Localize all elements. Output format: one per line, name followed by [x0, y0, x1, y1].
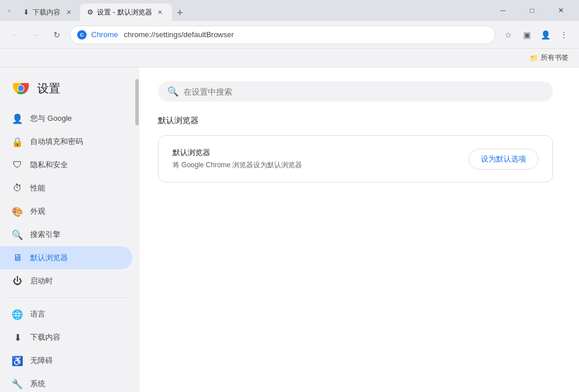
- sidebar-item-autofill-label: 自动填充和密码: [30, 136, 83, 147]
- sidebar-item-performance-label: 性能: [30, 183, 45, 193]
- performance-icon: ⏱: [12, 182, 23, 194]
- back-btn[interactable]: ←: [7, 27, 23, 43]
- tab-settings[interactable]: ⚙ 设置 - 默认浏览器 ✕: [80, 3, 172, 21]
- default-browser-icon: 🖥: [12, 252, 23, 264]
- search-engine-icon: 🔍: [12, 229, 23, 240]
- tab-bar: ⬇ 下载内容 ✕ ⚙ 设置 - 默认浏览器 ✕ +: [16, 0, 487, 21]
- scrollbar-track[interactable]: [135, 67, 139, 392]
- minimize-btn[interactable]: ─: [490, 1, 516, 20]
- sidebar-item-system[interactable]: 🔧 系统: [0, 372, 132, 392]
- sidebar-item-search[interactable]: 🔍 搜索引擎: [0, 223, 132, 246]
- default-browser-card: 默认浏览器 将 Google Chrome 浏览器设为默认浏览器 设为默认选项: [158, 135, 553, 182]
- search-input[interactable]: [184, 87, 544, 96]
- folder-icon: 📁: [530, 54, 538, 62]
- sidebar-item-startup[interactable]: ⏻ 启动时: [0, 269, 132, 293]
- menu-btn[interactable]: ⋮: [556, 27, 572, 43]
- window-controls: ─ □ ✕: [490, 1, 574, 20]
- settings-search-bar[interactable]: 🔍: [158, 81, 553, 102]
- sidebar-item-system-label: 系统: [30, 379, 45, 389]
- section-title: 默认浏览器: [158, 116, 560, 126]
- sidebar-item-accessibility[interactable]: ♿ 无障碍: [0, 349, 132, 372]
- search-icon: 🔍: [167, 86, 179, 97]
- sidebar: 设置 👤 您与 Google 🔒 自动填充和密码 🛡 隐私和安全 ⏱ 性能 🎨 …: [0, 67, 139, 392]
- sidebar-item-startup-label: 启动时: [30, 276, 53, 286]
- bookmark-btn[interactable]: ☆: [500, 27, 516, 43]
- sidebar-item-google-label: 您与 Google: [30, 113, 72, 124]
- sidebar-item-language-label: 语言: [30, 309, 45, 319]
- content-area: 🔍 默认浏览器 默认浏览器 将 Google Chrome 浏览器设为默认浏览器…: [139, 67, 579, 392]
- appearance-icon: 🎨: [12, 206, 23, 217]
- sidebar-item-downloads-label: 下载内容: [30, 332, 60, 343]
- autofill-icon: 🔒: [12, 136, 23, 148]
- main-layout: 设置 👤 您与 Google 🔒 自动填充和密码 🛡 隐私和安全 ⏱ 性能 🎨 …: [0, 67, 579, 392]
- close-btn[interactable]: ✕: [548, 1, 574, 20]
- sidebar-separator: [9, 297, 130, 298]
- sidebar-item-google[interactable]: 👤 您与 Google: [0, 107, 132, 130]
- chrome-label: Chrome: [91, 30, 118, 39]
- bookmarks-bar: 📁 所有书签: [0, 49, 579, 67]
- svg-point-3: [18, 85, 24, 91]
- sidebar-item-accessibility-label: 无障碍: [30, 355, 53, 366]
- addressbar: ← → ↻ C Chrome chrome://settings/default…: [0, 21, 579, 49]
- new-tab-btn[interactable]: +: [172, 5, 188, 21]
- scrollbar-thumb[interactable]: [135, 79, 139, 125]
- chrome-logo-icon: [12, 79, 30, 98]
- all-bookmarks-label: 所有书签: [541, 53, 569, 63]
- tab-downloads[interactable]: ⬇ 下载内容 ✕: [16, 3, 80, 21]
- sidebar-item-performance[interactable]: ⏱ 性能: [0, 177, 132, 200]
- card-title: 默认浏览器: [172, 148, 302, 158]
- sidebar-item-privacy[interactable]: 🛡 隐私和安全: [0, 153, 132, 177]
- sidebar-item-search-label: 搜索引擎: [30, 229, 60, 240]
- language-icon: 🌐: [12, 308, 23, 320]
- privacy-icon: 🛡: [12, 159, 23, 171]
- tab-settings-close[interactable]: ✕: [156, 8, 165, 17]
- system-icon: 🔧: [12, 378, 23, 390]
- sidebar-item-default-browser-label: 默认浏览器: [30, 253, 68, 263]
- sidebar-item-appearance-label: 外观: [30, 206, 45, 217]
- card-info: 默认浏览器 将 Google Chrome 浏览器设为默认浏览器: [172, 148, 302, 170]
- sidebar-item-language[interactable]: 🌐 语言: [0, 303, 132, 326]
- tab-settings-label: 设置 - 默认浏览器: [97, 8, 152, 17]
- chrome-icon: C: [77, 30, 87, 39]
- sidebar-logo: 设置: [0, 72, 139, 107]
- tab-downloads-label: 下载内容: [33, 8, 60, 17]
- all-bookmarks[interactable]: 📁 所有书签: [526, 51, 572, 65]
- startup-icon: ⏻: [12, 275, 23, 287]
- maximize-btn[interactable]: □: [519, 1, 545, 20]
- prev-tab-btn[interactable]: ‹: [5, 6, 14, 15]
- sidebar-item-default-browser[interactable]: 🖥 默认浏览器: [0, 246, 132, 269]
- sidebar-item-downloads[interactable]: ⬇ 下载内容: [0, 326, 132, 349]
- settings-tab-icon: ⚙: [87, 8, 93, 16]
- reload-btn[interactable]: ↻: [49, 27, 65, 43]
- download-icon: ⬇: [23, 8, 29, 16]
- titlebar: ‹ ⬇ 下载内容 ✕ ⚙ 设置 - 默认浏览器 ✕ + ─ □ ✕: [0, 0, 579, 21]
- downloads-icon: ⬇: [12, 332, 23, 343]
- url-text: chrome://settings/defaultBrowser: [124, 30, 233, 39]
- sidebar-item-autofill[interactable]: 🔒 自动填充和密码: [0, 130, 132, 153]
- profile-btn[interactable]: 👤: [537, 27, 553, 43]
- sidebar-item-appearance[interactable]: 🎨 外观: [0, 200, 132, 223]
- set-default-btn[interactable]: 设为默认选项: [469, 149, 538, 170]
- tab-downloads-close[interactable]: ✕: [64, 8, 73, 17]
- forward-btn[interactable]: →: [28, 27, 44, 43]
- reader-mode-btn[interactable]: ▣: [519, 27, 535, 43]
- sidebar-item-privacy-label: 隐私和安全: [30, 160, 68, 170]
- addressbar-actions: ☆ ▣ 👤 ⋮: [500, 27, 572, 43]
- google-icon: 👤: [12, 113, 23, 124]
- card-description: 将 Google Chrome 浏览器设为默认浏览器: [172, 160, 302, 170]
- accessibility-icon: ♿: [12, 355, 23, 366]
- sidebar-title: 设置: [37, 81, 60, 96]
- url-bar[interactable]: C Chrome chrome://settings/defaultBrowse…: [70, 26, 495, 44]
